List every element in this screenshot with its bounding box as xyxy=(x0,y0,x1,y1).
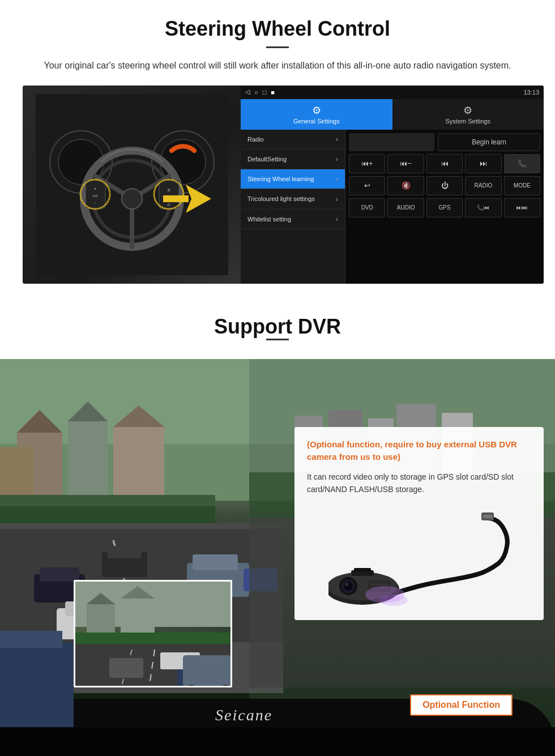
chevron-icon-radio: › xyxy=(336,135,338,143)
menu-default-label: DefaultSetting xyxy=(247,155,287,163)
svg-rect-57 xyxy=(0,631,62,648)
steering-wheel-svg: + vol - ⊕ ◯ ⊖ xyxy=(36,94,228,275)
menu-item-whitelist[interactable]: Whitelist setting › xyxy=(241,210,345,229)
control-row-3: DVD AUDIO GPS 📞⏮ ⏭⏭ xyxy=(349,198,540,217)
back-icon: ◁ xyxy=(245,88,250,96)
svg-text:vol: vol xyxy=(92,194,97,198)
next-button[interactable]: ⏭ xyxy=(465,154,501,173)
svg-rect-89 xyxy=(354,568,371,571)
dvr-camera-image xyxy=(307,507,531,611)
svg-rect-44 xyxy=(193,554,238,570)
begin-learn-row: Begin learn xyxy=(349,133,540,151)
vol-up-button[interactable]: ⏮+ xyxy=(349,154,385,173)
menu-whitelist-label: Whitelist setting xyxy=(247,215,291,223)
svg-text:+: + xyxy=(93,186,96,191)
optional-function-badge: Optional Function xyxy=(410,694,513,716)
svg-rect-22 xyxy=(163,195,189,202)
statusbar-nav-icons: ◁ ○ □ ■ xyxy=(245,88,275,96)
chevron-icon-default: › xyxy=(336,155,338,163)
tab-system-settings[interactable]: ⚙ System Settings xyxy=(392,99,544,130)
title-divider xyxy=(266,46,289,48)
begin-learn-button[interactable]: Begin learn xyxy=(438,133,540,151)
back-call-button[interactable]: ↩ xyxy=(349,176,385,195)
seicane-logo: Seicane xyxy=(215,706,272,724)
ff-button[interactable]: ⏭⏭ xyxy=(504,198,540,217)
vol-down-button[interactable]: ⏮− xyxy=(387,154,424,173)
seicane-brand-text: Seicane xyxy=(215,706,272,724)
menu-item-steering-learning[interactable]: Steering Wheel learning › xyxy=(241,169,345,189)
dvd-button[interactable]: DVD xyxy=(349,198,385,217)
svg-rect-61 xyxy=(121,599,155,638)
dvr-title-divider xyxy=(266,339,289,340)
android-statusbar: ◁ ○ □ ■ 13:13 xyxy=(241,86,544,99)
power-button[interactable]: ⏻ xyxy=(426,176,463,195)
svg-rect-70 xyxy=(183,655,231,686)
audio-button[interactable]: AUDIO xyxy=(387,198,424,217)
chevron-icon-steering: › xyxy=(336,175,338,183)
steering-wheel-photo: + vol - ⊕ ◯ ⊖ xyxy=(23,86,241,284)
tab-general-label: General Settings xyxy=(293,118,340,125)
statusbar-time: 13:13 xyxy=(523,89,539,96)
svg-rect-67 xyxy=(109,658,143,678)
svg-point-82 xyxy=(345,583,348,586)
svg-text:-: - xyxy=(94,200,96,205)
menu-radio-label: Radio xyxy=(247,135,264,143)
phone-prev-button[interactable]: 📞⏮ xyxy=(465,198,501,217)
dvr-composite: (Optional function, require to buy exter… xyxy=(0,359,555,756)
settings-tabs: ⚙ General Settings ⚙ System Settings xyxy=(241,99,544,130)
learn-empty-area xyxy=(349,133,434,151)
svg-point-87 xyxy=(379,595,408,606)
thumbnail-svg xyxy=(75,582,232,687)
camera-svg xyxy=(328,507,510,609)
steering-title: Steering Wheel Control xyxy=(23,17,532,41)
control-row-1: ⏮+ ⏮− ⏮ ⏭ 📞 xyxy=(349,154,540,173)
radio-button[interactable]: RADIO xyxy=(465,176,501,195)
gps-button[interactable]: GPS xyxy=(426,198,463,217)
svg-rect-40 xyxy=(108,546,142,558)
steering-section: Steering Wheel Control Your original car… xyxy=(0,0,555,295)
dvr-thumbnail xyxy=(74,580,232,687)
recents-icon: □ xyxy=(263,89,267,96)
optional-function-label: Optional Function xyxy=(422,700,500,710)
chevron-icon-whitelist: › xyxy=(336,215,338,223)
svg-rect-29 xyxy=(113,427,164,501)
svg-rect-31 xyxy=(0,447,34,501)
svg-rect-56 xyxy=(0,642,74,727)
gear-icon: ⚙ xyxy=(312,104,321,117)
home-icon: ○ xyxy=(254,89,258,96)
svg-point-10 xyxy=(122,189,142,209)
svg-rect-27 xyxy=(68,421,108,501)
steering-control-panel: Begin learn ⏮+ ⏮− ⏮ ⏭ 📞 ↩ xyxy=(345,130,544,284)
menu-steering-label: Steering Wheel learning xyxy=(247,175,314,183)
system-icon: ⚙ xyxy=(463,104,472,117)
menu-item-radio[interactable]: Radio › xyxy=(241,130,345,150)
dvr-description: It can record video only to storage in G… xyxy=(307,471,531,496)
mode-button[interactable]: MODE xyxy=(504,176,540,195)
chevron-icon-tricolour: › xyxy=(336,195,338,203)
phone-button[interactable]: 📞 xyxy=(504,154,540,173)
menu-tricolour-label: Tricoloured light settings xyxy=(247,195,315,203)
dvr-title-area: Support DVR xyxy=(0,301,555,359)
dvr-section: Support DVR xyxy=(0,301,555,756)
menu-item-tricolour[interactable]: Tricoloured light settings › xyxy=(241,189,345,209)
settings-menu-list: Radio › DefaultSetting › Steering Wheel … xyxy=(241,130,345,284)
svg-point-81 xyxy=(344,582,353,591)
menu-icon: ■ xyxy=(271,89,275,96)
tab-general-settings[interactable]: ⚙ General Settings xyxy=(241,99,392,130)
steering-composite: + vol - ⊕ ◯ ⊖ xyxy=(23,86,544,284)
steering-subtitle: Your original car's steering wheel contr… xyxy=(34,58,521,73)
dvr-title: Support DVR xyxy=(23,315,532,339)
dvr-info-card: (Optional function, require to buy exter… xyxy=(294,427,544,621)
svg-text:⊖: ⊖ xyxy=(167,203,170,207)
mute-button[interactable]: 🔇 xyxy=(387,176,424,195)
svg-rect-38 xyxy=(40,567,79,582)
dvr-optional-text: (Optional function, require to buy exter… xyxy=(307,438,531,464)
settings-content: Radio › DefaultSetting › Steering Wheel … xyxy=(241,130,544,284)
android-ui-panel: ◁ ○ □ ■ 13:13 ⚙ General Settings ⚙ xyxy=(241,86,544,284)
menu-item-default[interactable]: DefaultSetting › xyxy=(241,150,345,169)
prev-button[interactable]: ⏮ xyxy=(426,154,463,173)
tab-system-label: System Settings xyxy=(446,118,490,125)
svg-rect-76 xyxy=(483,515,492,518)
control-row-2: ↩ 🔇 ⏻ RADIO MODE xyxy=(349,176,540,195)
svg-rect-55 xyxy=(0,727,555,756)
